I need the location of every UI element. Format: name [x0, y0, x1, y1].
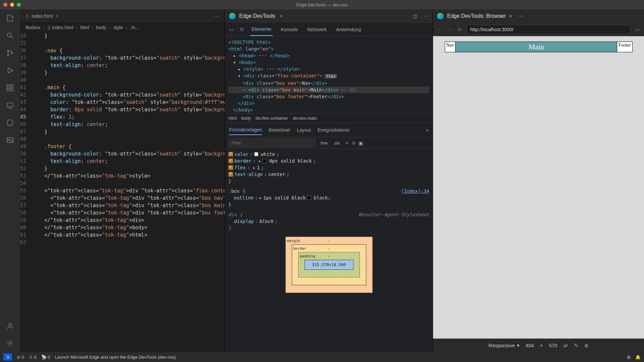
breadcrumbs[interactable]: flexbox› ⟨⟩index.html› html› body› style…	[20, 23, 225, 32]
box-model-diagram[interactable]: margin- border- padding- 315.570×18.500	[285, 237, 373, 293]
dom-crumb[interactable]: html	[228, 116, 237, 121]
dom-line[interactable]: <div class="box footer">Footer</div>	[228, 93, 429, 100]
tab-berechnet[interactable]: Berechnet	[269, 125, 290, 135]
breadcrumb-item[interactable]: index.html	[52, 25, 73, 30]
inspect-icon[interactable]: ▭	[634, 27, 641, 32]
chevron-right-icon[interactable]: »	[426, 127, 429, 133]
dom-crumb[interactable]: body	[241, 116, 251, 121]
dom-crumb[interactable]: div.box.main	[293, 116, 317, 121]
tab-konsole[interactable]: Konsole	[279, 23, 299, 36]
source-link[interactable]: (Index):34	[401, 188, 429, 194]
rule-selector: .box {	[228, 188, 246, 194]
dom-selected[interactable]: ⋯ <div class="box main">Main</div>== $0	[228, 86, 429, 93]
rule-checkbox[interactable]	[228, 172, 233, 177]
editor-area: ⟨⟩ index.html × ⋯ flexbox› ⟨⟩index.html›…	[20, 9, 225, 352]
svg-rect-4	[7, 85, 9, 87]
dom-line[interactable]: <html lang="en">	[228, 46, 429, 52]
split-icon[interactable]: ◫	[413, 13, 417, 19]
minimize-window-button[interactable]	[10, 3, 14, 7]
device-width[interactable]: 404	[526, 343, 534, 348]
breadcrumb-item[interactable]: body	[96, 25, 106, 30]
gallery-icon[interactable]	[5, 135, 15, 145]
more-icon[interactable]: ⋯	[519, 13, 523, 19]
tab-elemente[interactable]: Elemente	[250, 23, 273, 36]
dom-breadcrumbs[interactable]: html body div.flex-container div.box.mai…	[225, 113, 433, 123]
device-height[interactable]: 570	[549, 343, 557, 348]
device-icon[interactable]: ⧉	[240, 26, 244, 32]
styles-toolbar: :hov .cls ＋ ⎘ ▣	[225, 137, 433, 149]
source-control-icon[interactable]	[5, 48, 15, 58]
close-window-button[interactable]	[3, 3, 7, 7]
rule-selector: div {	[228, 212, 243, 217]
inspect-icon[interactable]: ▭	[229, 27, 233, 32]
tab-anwendung[interactable]: Anwendung	[335, 23, 362, 36]
editor-tab-label: index.html	[32, 13, 53, 19]
dom-crumb[interactable]: div.flex-container	[256, 116, 288, 121]
browser-tab-label[interactable]: Edge DevTools: Browser	[447, 13, 506, 19]
plus-icon[interactable]: ＋	[344, 140, 349, 146]
dom-line[interactable]: <div class="box nav">Nav</div>	[228, 80, 429, 86]
screenshot-icon[interactable]: ✎	[574, 343, 578, 349]
settings-gear-icon[interactable]	[5, 339, 15, 348]
zoom-window-button[interactable]	[17, 3, 21, 7]
remote-indicator[interactable]: ⇲	[3, 353, 12, 361]
tab-formatvorlagen[interactable]: Formatvorlagen	[229, 125, 262, 135]
remote-icon[interactable]	[5, 101, 15, 110]
device-mode-select[interactable]: Responsive ▾	[488, 343, 519, 349]
browser-panel: Edge DevTools: Browser × ⋯ ← → ⟳ ▭ Nav M…	[433, 9, 644, 352]
cls-toggle[interactable]: .cls	[332, 140, 341, 146]
rule-checkbox[interactable]	[228, 152, 233, 157]
reload-icon[interactable]: ⟳	[457, 27, 463, 32]
more-icon[interactable]: ⋯	[424, 13, 429, 19]
dom-line[interactable]: ▸ <head> ··· </head>	[228, 52, 429, 59]
styles-body[interactable]: color: white; border: ▸ 0px solid black;…	[225, 149, 433, 300]
dom-line[interactable]: ▾ <body>	[228, 59, 429, 66]
tab-ereignislistener[interactable]: Ereignislistener	[318, 125, 350, 135]
layout-icon[interactable]: ▣	[359, 140, 363, 146]
explorer-icon[interactable]	[5, 13, 15, 23]
warning-count[interactable]: ⚠ 0	[29, 355, 37, 360]
svg-point-2	[7, 54, 9, 56]
filter-input[interactable]	[228, 139, 316, 147]
tab-netzwerk[interactable]: Netzwerk	[306, 23, 328, 36]
extensions-icon[interactable]	[5, 83, 15, 93]
dom-line[interactable]: ▸ <style> ··· </style>	[228, 66, 429, 72]
close-icon[interactable]: ×	[280, 13, 283, 19]
dom-line[interactable]: </div>	[228, 100, 429, 107]
port-count[interactable]: 📡 0	[41, 355, 50, 360]
hov-toggle[interactable]: :hov	[318, 140, 329, 146]
breadcrumb-item[interactable]: flexbox	[25, 25, 40, 30]
rule-checkbox[interactable]	[228, 165, 233, 170]
url-input[interactable]	[467, 25, 631, 34]
run-debug-icon[interactable]	[5, 66, 15, 75]
rule-checkbox[interactable]	[228, 159, 233, 163]
forward-icon[interactable]: →	[446, 27, 453, 32]
dom-line[interactable]: </body>	[228, 107, 429, 113]
edge-tools-icon[interactable]	[5, 118, 15, 127]
dom-line[interactable]: <!DOCTYPE html>	[228, 39, 429, 46]
dom-tree[interactable]: <!DOCTYPE html> <html lang="en"> ▸ <head…	[225, 36, 433, 113]
code-body[interactable]: 3435363738394041424344454647484950515253…	[20, 32, 225, 352]
back-icon[interactable]: ←	[436, 27, 443, 32]
dom-line[interactable]: ▾ <div class="flex-container">flex	[228, 72, 429, 80]
editor-more-icon[interactable]: ⋯	[214, 12, 225, 20]
color-swatch[interactable]	[307, 196, 311, 200]
error-count[interactable]: ⊘ 0	[17, 355, 24, 360]
more-device-icon[interactable]: ⊕	[584, 343, 589, 349]
editor-tab-index[interactable]: ⟨⟩ index.html ×	[20, 9, 64, 22]
launch-hint[interactable]: Launch Microsoft Edge and open the Edge …	[55, 355, 176, 360]
accounts-icon[interactable]	[5, 321, 15, 330]
pin-icon[interactable]: ⎘	[353, 140, 355, 146]
rotate-icon[interactable]: ⇄	[564, 343, 568, 349]
close-icon[interactable]: ×	[509, 13, 512, 19]
code-lines[interactable]: } .nav { background-color: "tok-attr">cl…	[32, 32, 225, 352]
tab-layout[interactable]: Layout	[297, 125, 311, 135]
search-icon[interactable]	[5, 31, 15, 40]
breadcrumb-item[interactable]: .m…	[130, 25, 140, 30]
breadcrumb-item[interactable]: style	[113, 25, 123, 30]
fold-icon[interactable]: ⊞	[627, 355, 631, 360]
close-icon[interactable]: ×	[56, 13, 58, 19]
bell-icon[interactable]: 🔔	[635, 355, 641, 360]
breadcrumb-item[interactable]: html	[80, 25, 89, 30]
devtools-tab-label[interactable]: Edge DevTools	[239, 13, 275, 19]
